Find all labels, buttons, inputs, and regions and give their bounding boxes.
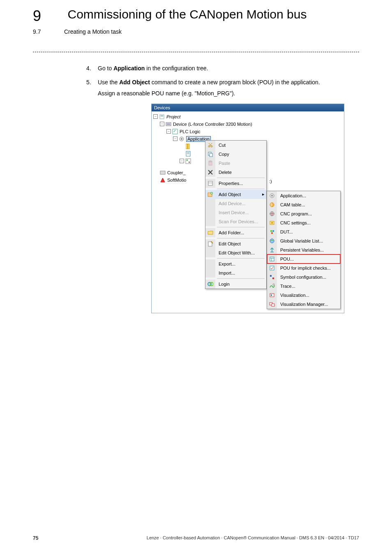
menu-label: Trace... bbox=[277, 284, 340, 289]
cnc-icon bbox=[267, 209, 277, 218]
menu-item-dut[interactable]: DUT... bbox=[267, 227, 340, 236]
pou-check-icon bbox=[267, 264, 277, 273]
menu-label: Add Folder... bbox=[215, 230, 266, 235]
collapse-icon[interactable]: − bbox=[166, 129, 171, 134]
vismanager-icon bbox=[267, 300, 277, 309]
menu-label: Copy bbox=[215, 152, 266, 157]
svg-rect-44 bbox=[270, 230, 272, 232]
menu-item-symbolconf[interactable]: Symbol configuration... bbox=[267, 273, 340, 282]
menu-item-login[interactable]: Login bbox=[205, 280, 266, 289]
svg-line-18 bbox=[209, 143, 212, 146]
svg-rect-46 bbox=[271, 232, 273, 234]
device-icon bbox=[160, 170, 166, 176]
menu-item-camtable[interactable]: CAM table... bbox=[267, 200, 340, 209]
menu-item-editobject[interactable]: Edit Object bbox=[205, 239, 266, 248]
menu-label: Export... bbox=[215, 261, 266, 266]
collapse-icon[interactable]: − bbox=[153, 114, 158, 119]
menu-item-paste: Paste bbox=[205, 159, 266, 168]
devices-panel: Devices − Project − bbox=[151, 104, 344, 313]
menu-label: Add Object bbox=[215, 192, 261, 197]
file-icon bbox=[185, 151, 191, 157]
menu-item-import[interactable]: Import... bbox=[205, 268, 266, 278]
menu-item-insertdevice: Insert Device... bbox=[205, 208, 266, 217]
svg-point-6 bbox=[181, 138, 182, 140]
section-number: 9.7 bbox=[33, 28, 41, 35]
step-5-cont: Assign a reasonable POU name (e.g. "Moti… bbox=[98, 90, 320, 98]
menu-label: Global Variable List... bbox=[277, 238, 340, 243]
svg-rect-4 bbox=[173, 129, 178, 134]
svg-rect-54 bbox=[272, 278, 274, 279]
menu-separator bbox=[217, 227, 265, 227]
menu-label: Application... bbox=[277, 193, 340, 198]
plc-icon bbox=[172, 129, 178, 134]
tree-label: SoftMotio bbox=[167, 178, 186, 183]
menu-item-visualization[interactable]: Visualization... bbox=[267, 291, 340, 300]
collapse-icon[interactable]: − bbox=[173, 136, 178, 141]
menu-item-pouimplicit[interactable]: POU for implicit checks... bbox=[267, 264, 340, 273]
menu-item-cncprogram[interactable]: CNC program... bbox=[267, 209, 340, 218]
menu-item-addobject[interactable]: Add Object ▸ bbox=[205, 190, 266, 199]
menu-label: Cut bbox=[215, 143, 266, 148]
menu-item-application[interactable]: Application... bbox=[267, 191, 340, 200]
menu-item-gvl[interactable]: Global Variable List... bbox=[267, 236, 340, 245]
folder-icon bbox=[205, 228, 215, 237]
menu-item-copy[interactable]: Copy bbox=[205, 150, 266, 159]
trace-icon bbox=[267, 282, 277, 291]
menu-label: CAM table... bbox=[277, 202, 340, 207]
step-4: 4. Go to Application in the configuratio… bbox=[86, 65, 359, 73]
svg-line-19 bbox=[209, 143, 212, 146]
menu-label: Paste bbox=[215, 161, 266, 166]
blank-icon bbox=[205, 268, 215, 278]
menu-item-persistent[interactable]: Persistent Variables... bbox=[267, 245, 340, 254]
step-4-pre: Go to bbox=[98, 65, 113, 72]
menu-label: Symbol configuration... bbox=[277, 275, 340, 280]
menu-item-editobjectwith[interactable]: Edit Object With... bbox=[205, 248, 266, 257]
delete-icon bbox=[205, 168, 215, 177]
menu-label: Persistent Variables... bbox=[277, 247, 340, 252]
cncsettings-icon bbox=[267, 218, 277, 227]
menu-label: Import... bbox=[215, 271, 266, 275]
chapter-number: 9 bbox=[33, 7, 41, 25]
collapse-icon[interactable]: − bbox=[180, 159, 184, 163]
menu-item-vismanager[interactable]: Visualization Manager... bbox=[267, 300, 340, 309]
svg-rect-45 bbox=[272, 230, 274, 232]
menu-item-adddevice: Add Device... bbox=[205, 199, 266, 208]
svg-point-55 bbox=[273, 284, 274, 285]
pou-icon bbox=[267, 254, 277, 264]
footer-line: Lenze · Controller-based Automation · CA… bbox=[147, 535, 359, 541]
devices-panel-title: Devices bbox=[152, 104, 344, 111]
svg-rect-59 bbox=[272, 304, 274, 306]
step-4-post: in the configuration tree. bbox=[145, 65, 208, 72]
step-5-post: command to create a new program block (P… bbox=[150, 79, 320, 86]
step-5-pre: Use the bbox=[98, 79, 119, 86]
globe-icon bbox=[267, 236, 277, 245]
menu-item-properties[interactable]: Properties... bbox=[205, 179, 266, 188]
tree-row-device[interactable]: − Device (L-force Controller 3200 Motion… bbox=[153, 120, 342, 128]
tree-label: Project bbox=[166, 114, 180, 119]
svg-rect-3 bbox=[167, 123, 170, 125]
tree-row-plc[interactable]: − PLC Logic bbox=[153, 128, 342, 135]
menu-separator bbox=[217, 278, 265, 279]
menu-separator bbox=[217, 258, 265, 259]
tree-label: Coupler_ bbox=[167, 170, 186, 175]
menu-label: POU for implicit checks... bbox=[277, 266, 340, 271]
menu-item-delete[interactable]: Delete bbox=[205, 168, 266, 177]
menu-item-scan: Scan For Devices... bbox=[205, 217, 266, 226]
menu-label: Add Device... bbox=[215, 201, 266, 206]
context-submenu-addobject: Application... CAM table... CNC program.… bbox=[267, 191, 341, 309]
svg-rect-53 bbox=[270, 275, 272, 277]
svg-rect-8 bbox=[187, 144, 188, 149]
cam-icon bbox=[267, 200, 277, 209]
menu-item-export[interactable]: Export... bbox=[205, 259, 266, 268]
tree-row-project[interactable]: − Project bbox=[153, 113, 342, 120]
collapse-icon[interactable]: − bbox=[160, 122, 164, 126]
svg-point-47 bbox=[270, 239, 274, 243]
menu-item-cut[interactable]: Cut bbox=[205, 141, 266, 150]
menu-item-pou[interactable]: POU... bbox=[267, 254, 340, 264]
menu-item-addfolder[interactable]: Add Folder... bbox=[205, 228, 266, 237]
menu-item-cncsettings[interactable]: CNC settings... bbox=[267, 218, 340, 227]
properties-icon bbox=[205, 179, 215, 188]
menu-item-trace[interactable]: Trace... bbox=[267, 282, 340, 291]
svg-rect-23 bbox=[210, 161, 211, 162]
svg-rect-0 bbox=[160, 115, 164, 119]
